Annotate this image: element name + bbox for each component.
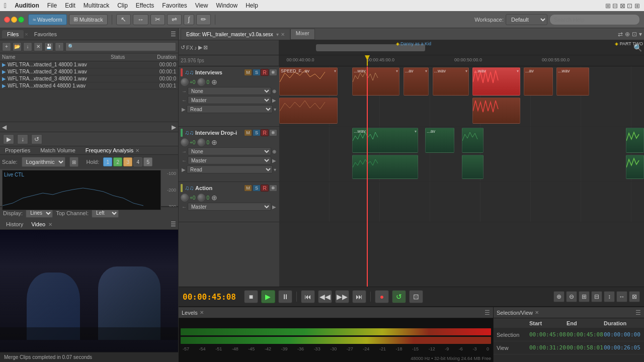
- track-vol-knob-drops[interactable]: [181, 138, 189, 146]
- skip-fwd-btn[interactable]: ⏭: [352, 290, 366, 303]
- audio-clip-bottom-hl[interactable]: [472, 98, 520, 124]
- audio-clip[interactable]: ...wav ▾: [433, 67, 469, 96]
- fx-toggle-btn[interactable]: FX: [186, 45, 193, 51]
- zoom-out-v[interactable]: ↔: [616, 291, 627, 302]
- hold-btn-5[interactable]: 5: [143, 157, 152, 166]
- loop-btn[interactable]: ↺: [181, 44, 185, 51]
- tab-properties[interactable]: Properties: [0, 146, 35, 154]
- levels-close-icon[interactable]: ✕: [200, 310, 204, 315]
- record-arm-btn[interactable]: ●: [375, 290, 389, 303]
- audio-clip-drops-btm2[interactable]: [462, 155, 484, 179]
- search-input[interactable]: [549, 14, 640, 25]
- track-output-expand[interactable]: ▶: [272, 98, 276, 103]
- track-mute-btn[interactable]: M: [244, 69, 252, 76]
- app-name[interactable]: Audition: [15, 2, 39, 9]
- track-output-expand-drops[interactable]: ▶: [272, 158, 276, 163]
- clip-arrow[interactable]: ▾: [396, 69, 398, 73]
- track-freeze-btn[interactable]: ❄: [269, 69, 277, 76]
- panel-settings-btn[interactable]: ☰: [171, 221, 176, 228]
- audio-clip[interactable]: SPEED_F...av ▾: [279, 67, 338, 96]
- menu-window[interactable]: Window: [216, 2, 237, 9]
- audio-clip[interactable]: ...wav: [556, 67, 589, 96]
- rewind-btn[interactable]: ◀◀: [318, 290, 332, 303]
- next-page-btn[interactable]: ▶: [172, 124, 176, 131]
- import-btn[interactable]: ↑: [55, 42, 64, 51]
- track-solo-btn-drops[interactable]: S: [253, 129, 261, 136]
- menu-edit[interactable]: Edit: [65, 2, 75, 9]
- clip-arrow[interactable]: ▾: [425, 69, 427, 73]
- open-file-btn[interactable]: 📂: [13, 42, 22, 51]
- file-item[interactable]: ▶ WFL TRA...xtracted_1 48000 1.wav 00:00…: [0, 61, 178, 68]
- audio-clip[interactable]: ...av ▾: [404, 67, 429, 96]
- audio-clip-drops[interactable]: ...av: [425, 128, 454, 153]
- sel-close-icon[interactable]: ✕: [535, 310, 539, 315]
- audio-clip-drops-btm3[interactable]: [626, 155, 644, 179]
- track-vol-knob-action[interactable]: [181, 194, 189, 202]
- audio-clip-drops-right[interactable]: [626, 128, 644, 153]
- open-append-btn[interactable]: ↓: [23, 42, 32, 51]
- pause-btn[interactable]: ⏸: [278, 290, 292, 303]
- window-close[interactable]: [4, 17, 10, 23]
- track-record-btn-action[interactable]: R: [261, 185, 269, 192]
- audio-clip[interactable]: ...wav ▾: [352, 67, 399, 96]
- selection-tool[interactable]: ↖: [116, 14, 131, 25]
- track-automation-select[interactable]: Read: [187, 105, 273, 113]
- clip-arrow[interactable]: ▾: [334, 69, 336, 73]
- hold-btn-4[interactable]: 4: [133, 157, 142, 166]
- multitrack-btn[interactable]: ⊞ Multitrack: [69, 14, 108, 25]
- track-vol-knob[interactable]: [181, 78, 189, 86]
- panel-menu-btn[interactable]: ☰: [171, 31, 176, 38]
- menu-help[interactable]: Help: [246, 2, 258, 9]
- track-pan-knob-action[interactable]: [197, 194, 205, 202]
- sel-menu-icon[interactable]: ☰: [635, 309, 641, 316]
- track-mute-btn-drops[interactable]: M: [244, 129, 252, 136]
- save-file-btn[interactable]: 💾: [44, 42, 53, 51]
- slip-tool[interactable]: ⇌: [167, 14, 182, 25]
- track-freeze-btn-drops[interactable]: ❄: [269, 129, 277, 136]
- scale-option-btn[interactable]: ⊞: [69, 157, 78, 167]
- editor-tab-arrow[interactable]: ▾: [276, 32, 279, 37]
- zoom-sel[interactable]: ⊟: [591, 291, 602, 302]
- mix-btn[interactable]: ⊠: [203, 44, 208, 51]
- track-send-select-drops[interactable]: None: [188, 147, 271, 155]
- freq-close-icon[interactable]: ✕: [135, 148, 139, 153]
- menu-file[interactable]: File: [47, 2, 57, 9]
- play-file-btn[interactable]: ▶: [3, 134, 14, 144]
- video-close-icon[interactable]: ✕: [48, 222, 52, 227]
- window-minimize[interactable]: [11, 17, 17, 23]
- zoom-in-v[interactable]: ↕: [604, 291, 615, 302]
- editor-tab-close[interactable]: ✕: [281, 32, 285, 37]
- editor-snatch-btn[interactable]: ⊡: [632, 31, 637, 38]
- apple-menu[interactable]: : [4, 2, 7, 10]
- file-item[interactable]: ▶ WFL TRA...xtracted_3 48000 1.wav 00:00…: [0, 75, 178, 82]
- menu-favorites[interactable]: Favorites: [162, 2, 187, 9]
- track-output-select-action[interactable]: Master: [188, 203, 271, 211]
- zoom-in-h[interactable]: ⊕: [553, 291, 565, 302]
- file-item[interactable]: ▶ WFL TRA...xtracted_2 48000 1.wav 00:00…: [0, 68, 178, 75]
- tab-favorites[interactable]: Favorites: [29, 30, 62, 38]
- prev-page-btn[interactable]: ◀: [2, 124, 7, 131]
- track-mute-btn-action[interactable]: M: [244, 185, 252, 192]
- close-file-btn[interactable]: ✕: [34, 42, 43, 51]
- zoom-full[interactable]: ⊠: [629, 291, 640, 302]
- video-track-btn[interactable]: ▶: [198, 44, 202, 51]
- track-record-btn[interactable]: R: [261, 69, 269, 76]
- fade-tool[interactable]: ∫: [184, 14, 195, 25]
- pencil-tool[interactable]: ✏: [196, 14, 211, 25]
- track-solo-btn-action[interactable]: S: [253, 185, 261, 192]
- tab-video[interactable]: Video ✕: [27, 220, 56, 228]
- tab-history[interactable]: History: [2, 220, 27, 228]
- track-out-btn-drops[interactable]: ⊕: [211, 138, 217, 146]
- loop-file-btn[interactable]: ↺: [31, 134, 42, 144]
- tab-freq-analysis[interactable]: Frequency Analysis ✕: [80, 146, 144, 154]
- play-btn[interactable]: ▶: [261, 290, 275, 303]
- menu-effects[interactable]: Effects: [136, 2, 154, 9]
- track-pan-knob-drops[interactable]: [197, 138, 205, 146]
- waveform-btn[interactable]: ≈ Waveform: [28, 14, 67, 25]
- stop-btn[interactable]: ■: [244, 290, 258, 303]
- new-file-btn[interactable]: +: [2, 42, 11, 51]
- hold-btn-2[interactable]: 2: [113, 157, 122, 166]
- tab-files[interactable]: Files: [2, 30, 24, 38]
- menu-clip[interactable]: Clip: [117, 2, 128, 9]
- track-freeze-btn-action[interactable]: ❄: [269, 185, 277, 192]
